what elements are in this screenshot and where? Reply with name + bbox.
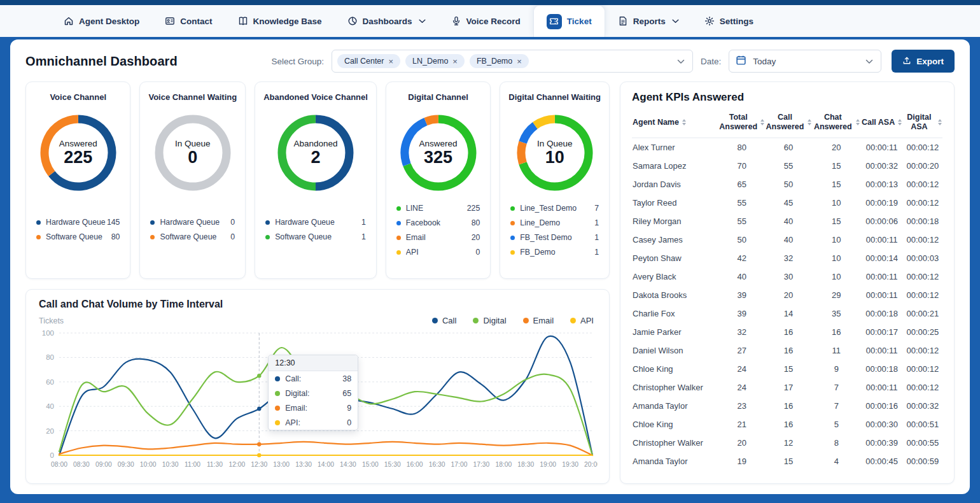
nav-item-contact[interactable]: Contact <box>152 5 225 37</box>
sort-icon[interactable] <box>808 119 811 125</box>
agent-value-cell: 00:00:12 <box>903 341 942 360</box>
tooltip-row-api: API:0 <box>269 415 358 430</box>
chip-remove-icon[interactable]: × <box>517 57 522 66</box>
agent-value-cell: 16 <box>765 397 812 415</box>
nav-item-settings[interactable]: Settings <box>692 5 766 37</box>
agent-value-cell: 9 <box>812 360 860 378</box>
group-select[interactable]: Call Center×LN_Demo×FB_Demo× <box>332 50 693 73</box>
sort-icon[interactable] <box>682 119 686 125</box>
tooltip-series-label: Digital: <box>285 389 309 398</box>
legend-value: 7 <box>594 204 599 213</box>
agent-name-cell: Alex Turner <box>632 138 719 157</box>
agent-value-cell: 00:00:16 <box>860 397 902 415</box>
table-row[interactable]: Dakota Brooks39202900:00:1100:00:12 <box>632 286 942 304</box>
agent-value-cell: 55 <box>765 157 812 175</box>
legend-dot-icon <box>150 235 155 239</box>
group-chip-call-center[interactable]: Call Center× <box>337 54 400 68</box>
sort-icon[interactable] <box>938 119 942 125</box>
tooltip-series-label: Call: <box>285 374 301 383</box>
svg-text:13:30: 13:30 <box>295 461 312 468</box>
agent-value-cell: 00:00:11 <box>860 267 902 286</box>
nav-item-reports[interactable]: Reports <box>605 5 692 37</box>
group-chip-ln-demo[interactable]: LN_Demo× <box>405 54 465 68</box>
table-row[interactable]: Chloe King2116500:00:3000:00:51 <box>632 415 942 434</box>
chart-legend-item-api[interactable]: API <box>570 316 594 325</box>
kpi-legend-item: FB_Demo1 <box>510 248 599 257</box>
nav-item-knowledge-base[interactable]: Knowledge Base <box>225 5 335 37</box>
table-header-chat-answered[interactable]: Chat Answered <box>812 110 860 138</box>
table-row[interactable]: Alex Turner80602000:00:1100:00:12 <box>632 138 942 157</box>
legend-label: Hardware Queue <box>46 218 106 227</box>
svg-text:08:30: 08:30 <box>73 461 90 468</box>
kpi-legend-item: Software Queue0 <box>150 232 235 241</box>
chip-remove-icon[interactable]: × <box>452 57 458 66</box>
table-row[interactable]: Charlie Fox39143500:00:1800:00:21 <box>632 304 942 323</box>
sort-icon[interactable] <box>760 119 764 125</box>
table-row[interactable]: Christopher Walker2417700:00:1100:00:12 <box>632 378 942 397</box>
sort-icon[interactable] <box>898 119 902 125</box>
table-header-agent-name[interactable]: Agent Name <box>632 110 719 138</box>
table-row[interactable]: Jamie Parker32161600:00:1700:00:25 <box>632 323 942 341</box>
sort-icon[interactable] <box>856 119 860 125</box>
agent-value-cell: 15 <box>765 452 812 471</box>
agent-value-cell: 00:00:30 <box>860 415 902 434</box>
agent-name-cell: Taylor Reed <box>632 194 719 212</box>
agent-kpi-table: Agent NameTotal AnsweredCall AnsweredCha… <box>632 110 942 471</box>
donut-chart: Abandoned2 <box>276 113 355 192</box>
table-row[interactable]: Samara Lopez70551500:00:3200:00:20 <box>632 157 942 175</box>
kpi-card-abandoned-voice-channel: Abandoned Voice ChannelAbandoned2Hardwar… <box>255 81 377 279</box>
table-row[interactable]: Chloe King2415900:00:1800:00:12 <box>632 360 942 378</box>
chart-legend-item-digital[interactable]: Digital <box>473 316 506 325</box>
table-row[interactable]: Taylor Reed55451000:00:1900:00:12 <box>632 194 942 212</box>
legend-label: Software Queue <box>46 232 102 241</box>
calendar-icon <box>736 55 746 67</box>
agent-value-cell: 70 <box>719 157 765 175</box>
chart-legend-item-email[interactable]: Email <box>523 316 554 325</box>
chart-legend-item-call[interactable]: Call <box>432 316 456 325</box>
nav-item-ticket[interactable]: Ticket <box>533 5 605 37</box>
kpi-legend-item: Line_Demo1 <box>510 218 599 227</box>
nav-item-label: Knowledge Base <box>253 17 322 26</box>
table-row[interactable]: Riley Morgan55401500:00:0600:00:18 <box>632 212 942 230</box>
table-header-call-answered[interactable]: Call Answered <box>765 110 812 138</box>
agent-value-cell: 00:00:20 <box>903 157 942 175</box>
kpi-card-title: Abandoned Voice Channel <box>263 92 368 102</box>
table-row[interactable]: Christopher Walker2012800:00:3900:00:55 <box>632 434 942 452</box>
table-header-digital-asa[interactable]: Digital ASA <box>903 110 942 138</box>
table-header-total-answered[interactable]: Total Answered <box>719 110 765 138</box>
agent-value-cell: 00:00:14 <box>860 249 902 267</box>
tooltip-series-value: 65 <box>342 389 351 398</box>
table-row[interactable]: Peyton Shaw42321000:00:1400:00:03 <box>632 249 942 267</box>
table-row[interactable]: Amanda Taylor1915400:00:4500:00:59 <box>632 452 942 471</box>
contact-icon <box>165 16 175 26</box>
nav-item-label: Dashboards <box>363 17 412 26</box>
nav-item-dashboards[interactable]: Dashboards <box>335 5 438 37</box>
table-row[interactable]: Amanda Taylor2316700:00:1600:00:32 <box>632 397 942 415</box>
nav-item-label: Voice Record <box>466 17 521 26</box>
table-header-call-asa[interactable]: Call ASA <box>860 110 902 138</box>
agent-value-cell: 16 <box>765 341 812 360</box>
date-select[interactable]: Today <box>729 50 881 73</box>
legend-value: 1 <box>594 248 599 257</box>
legend-label: Hardware Queue <box>275 218 335 227</box>
dashboards-icon <box>347 16 358 26</box>
svg-text:09:00: 09:00 <box>95 461 112 468</box>
export-button-label: Export <box>916 57 944 66</box>
donut-center-value: 10 <box>545 148 564 167</box>
date-value: Today <box>753 57 776 66</box>
svg-text:14:30: 14:30 <box>340 461 356 468</box>
agent-value-cell: 50 <box>719 230 765 249</box>
group-chip-fb-demo[interactable]: FB_Demo× <box>470 54 529 68</box>
agent-value-cell: 00:00:32 <box>860 157 902 175</box>
export-button[interactable]: Export <box>892 50 955 73</box>
table-row[interactable]: Daniel Wilson27161100:00:1100:00:12 <box>632 341 942 360</box>
table-row[interactable]: Casey James50401000:00:1100:00:12 <box>632 230 942 249</box>
nav-item-agent-desktop[interactable]: Agent Desktop <box>51 5 152 37</box>
nav-item-voice-record[interactable]: Voice Record <box>438 5 533 37</box>
table-row[interactable]: Jordan Davis65501500:00:1300:00:12 <box>632 175 942 194</box>
table-row[interactable]: Avery Black40301000:00:1100:00:12 <box>632 267 942 286</box>
chip-remove-icon[interactable]: × <box>388 57 393 66</box>
chart-meta-row: Tickets CallDigitalEmailAPI <box>39 316 596 325</box>
agent-value-cell: 00:00:11 <box>860 138 902 157</box>
tooltip-series-label: API: <box>285 418 300 427</box>
